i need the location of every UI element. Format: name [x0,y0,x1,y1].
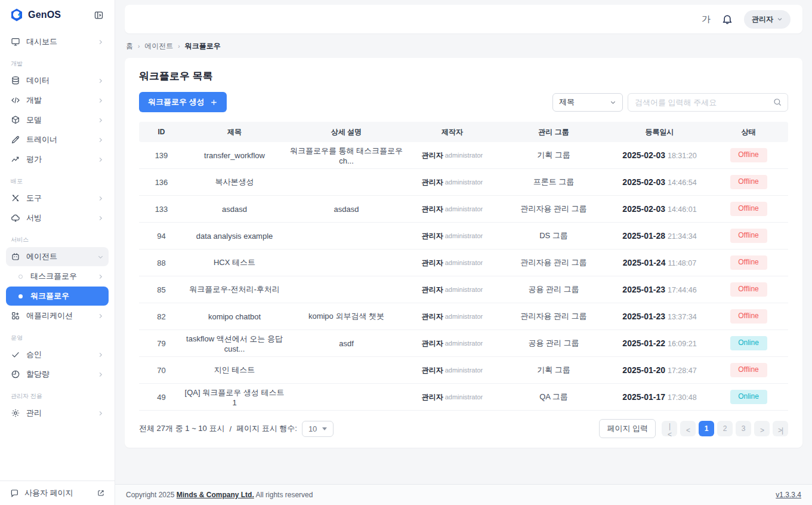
breadcrumb-separator-icon: › [138,43,140,50]
chevron-down-icon [97,254,104,260]
status-badge: Offline [730,255,767,269]
table-row[interactable]: 85 워크플로우-전처리-후처리 관리자administrator 공용 관리 … [139,276,788,303]
page-button-2[interactable]: 2 [717,421,733,436]
notifications-button[interactable] [721,13,733,25]
page-button-1[interactable]: 1 [699,421,714,436]
cell-date: 2025-01-28 [622,231,665,241]
cell-title: transfer_workflow [184,151,285,160]
code-icon [11,96,20,105]
pie-clock-icon [11,369,20,379]
rows-per-page-value: 10 [308,424,317,433]
sidebar-item-develop[interactable]: 개발 [6,91,109,110]
sidebar-item-model[interactable]: 모델 [6,110,109,130]
table-row[interactable]: 79 taskflow 액션에서 오는 응답 cust... asdf 관리자a… [139,330,788,357]
cell-time: 14:46:01 [668,205,697,214]
cell-group: DS 그룹 [497,230,610,241]
main-area: 가 관리자 홈 › 에이전트 › 워크플로우 워크플로우 목록 워크플로우 생성… [115,0,812,505]
last-page-button[interactable]: >| [773,421,788,436]
sidebar-item-label: 모델 [26,115,42,125]
user-page-link[interactable]: 사용자 페이지 [0,481,115,505]
breadcrumb-agent[interactable]: 에이전트 [144,41,173,51]
table-row[interactable]: 70 지인 테스트 관리자administrator 기획 그룹 2025-01… [139,357,788,384]
chevron-down-icon [777,16,783,22]
cell-title: [QA] 워크플로우 생성 테스트 1 [184,387,285,407]
cell-group: QA 그룹 [497,392,610,402]
prev-page-button[interactable]: < [680,421,696,436]
monitor-icon [11,37,20,47]
sidebar-item-serving[interactable]: 서빙 [6,208,109,227]
table-row[interactable]: 133 asdasd asdasd 관리자administrator 관리자용 … [139,196,788,223]
cell-time: 17:28:47 [668,367,697,375]
section-label-operation: 운영 [11,334,104,342]
robot-icon [11,252,20,261]
rows-per-page-select[interactable]: 10 [302,421,334,437]
page-input-button[interactable]: 페이지 입력 [599,419,656,438]
sidebar-item-trainer[interactable]: 트레이너 [6,130,109,149]
bell-icon [721,13,733,25]
sidebar-item-admin[interactable]: 관리 [6,404,109,423]
sidebar-item-data[interactable]: 데이터 [6,71,109,90]
table-row[interactable]: 88 HCX 테스트 관리자administrator 관리자용 관리 그룹 2… [139,250,788,276]
creator-name: administrator [445,205,483,213]
brand-name: GenOS [28,10,61,20]
first-page-button[interactable]: |< [662,421,677,436]
create-workflow-button[interactable]: 워크플로우 생성 [139,92,227,112]
cell-description: asdasd [285,205,407,214]
dot-bullet-icon [18,294,23,298]
cell-group: 관리자용 관리 그룹 [497,257,610,268]
cell-time: 18:31:20 [668,152,697,160]
sidebar-item-agent[interactable]: 에이전트 [6,247,109,266]
cell-time: 17:30:48 [668,393,697,402]
summary-separator: / [229,424,231,433]
cloud-icon [11,213,20,223]
table-row[interactable]: 136 복사본생성 관리자administrator 프론트 그룹 2025-0… [139,169,788,196]
profile-menu-button[interactable]: 관리자 [744,10,791,29]
version-link[interactable]: v1.3.3.4 [776,491,801,499]
brand[interactable]: GenOS [10,8,61,22]
creator-name: administrator [445,340,483,347]
sidebar-collapse-icon[interactable] [92,9,105,21]
cell-group: 관리자용 관리 그룹 [497,311,610,322]
creator-role: 관리자 [422,339,443,347]
sidebar-item-approval[interactable]: 승인 [6,345,109,364]
search-input[interactable] [635,98,773,107]
sidebar-item-application[interactable]: 애플리케이션 [6,306,109,325]
chat-window-icon [10,488,19,498]
create-workflow-label: 워크플로우 생성 [148,97,205,107]
cell-id: 82 [139,312,184,321]
sidebar-item-label: 애플리케이션 [26,310,73,321]
search-field-select[interactable]: 제목 [552,93,623,112]
check-icon [11,350,20,359]
sidebar-item-label: 할당량 [26,369,50,380]
sidebar-item-dashboard[interactable]: 대시보드 [6,32,109,51]
range-summary: 전체 27개 중 1 ~ 10 표시 [139,423,224,434]
breadcrumb-home[interactable]: 홈 [126,41,133,51]
cell-time: 21:34:34 [668,232,697,241]
next-page-button[interactable]: > [754,421,770,436]
page-button-3[interactable]: 3 [736,421,751,436]
grid-plus-icon [11,311,20,321]
cell-id: 85 [139,285,184,294]
chevron-right-icon [97,313,104,319]
table-row[interactable]: 94 data analysis example 관리자administrato… [139,223,788,250]
sidebar-item-taskflow[interactable]: 태스크플로우 [6,267,109,286]
font-size-button[interactable]: 가 [702,14,711,25]
chevron-right-icon [97,137,104,143]
cell-id: 79 [139,339,184,348]
sidebar-item-label: 대시보드 [26,36,57,47]
column-header-creator: 제작자 [407,127,497,137]
table-row[interactable]: 49 [QA] 워크플로우 생성 테스트 1 관리자administrator … [139,384,788,411]
status-badge: Offline [730,363,767,377]
sidebar-item-quota[interactable]: 할당량 [6,365,109,384]
search-icon[interactable] [773,97,782,107]
company-link[interactable]: Minds & Company Ltd. [177,491,254,499]
table-row[interactable]: 139 transfer_workflow 워크플로우를 통해 태스크플로우 c… [139,142,788,169]
sidebar-item-tools[interactable]: 도구 [6,189,109,208]
column-header-title: 제목 [184,127,285,137]
table-row[interactable]: 82 komipo chatbot komipo 외부검색 챗봇 관리자admi… [139,303,788,330]
sidebar-item-workflow[interactable]: 워크플로우 [6,287,109,306]
section-label-admin-only: 관리자 전용 [11,392,104,401]
column-header-description: 상세 설명 [285,127,407,137]
sidebar-item-evaluation[interactable]: 평가 [6,150,109,169]
cell-description: 워크플로우를 통해 태스크플로우 ch... [285,146,407,165]
